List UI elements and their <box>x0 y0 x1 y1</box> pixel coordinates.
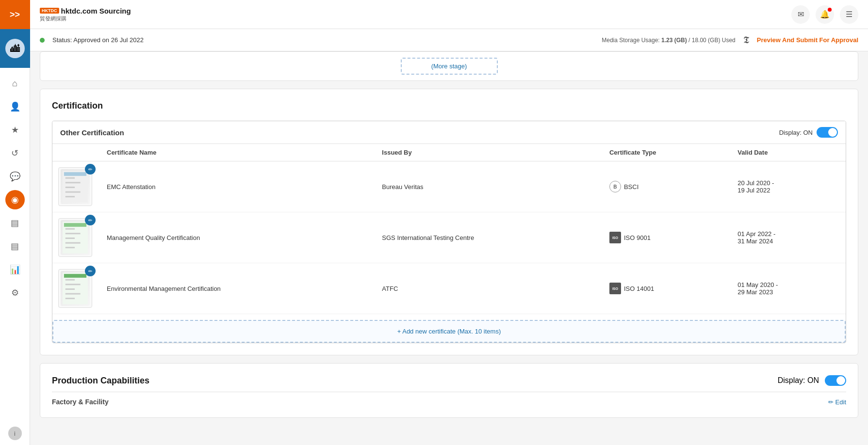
sidebar-item-history[interactable]: ↺ <box>5 143 25 163</box>
display-on-label: Display: ON <box>779 129 813 136</box>
table-row: ✏EMC AttenstationBureau VeritasBBSCI20 J… <box>52 161 846 212</box>
cert-type-icon: B <box>609 181 621 192</box>
statusbar: Status: Approved on 26 Jul 2022 Media St… <box>30 29 868 51</box>
cert-issued-by: SGS International Testing Centre <box>376 212 604 263</box>
status-dot <box>40 38 45 43</box>
sidebar-item-profile[interactable]: 👤 <box>5 97 25 116</box>
cert-thumbnail: ✏ <box>58 218 92 257</box>
sidebar-collapse-button[interactable]: >> <box>0 0 30 29</box>
cert-name: EMC Attenstation <box>101 161 376 212</box>
cert-thumb-inner <box>61 271 90 306</box>
preview-submit-button[interactable]: Preview And Submit For Approval <box>757 36 858 44</box>
sidebar-item-documents2[interactable]: ▤ <box>5 237 25 256</box>
cert-section-header: Other Certification Display: ON <box>52 121 846 144</box>
translate-icon[interactable]: 𝕿 <box>743 34 749 46</box>
sidebar-item-favorites[interactable]: ★ <box>5 120 25 140</box>
svg-rect-4 <box>66 191 81 193</box>
production-cap-title: Production Capabilities <box>52 376 149 386</box>
svg-rect-19 <box>66 298 75 299</box>
cert-thumbnail-cell: ✏ <box>52 212 101 263</box>
svg-rect-15 <box>66 279 75 281</box>
cert-type-label: ISO 9001 <box>624 234 651 241</box>
col-thumbnail <box>52 144 101 161</box>
svg-rect-13 <box>64 223 86 227</box>
topbar-icons: ✉ 🔔 ☰ <box>791 5 858 24</box>
menu-button[interactable]: ☰ <box>840 5 858 24</box>
cert-edit-icon[interactable]: ✏ <box>85 164 96 175</box>
sidebar: >> 🏙 ⌂ 👤 ★ ↺ 💬 ◉ ▤ ▤ 📊 ⚙ i <box>0 0 30 445</box>
content-area: (More stage) Certification Other Certifi… <box>30 51 868 445</box>
cert-name: Management Quality Certification <box>101 212 376 263</box>
factory-edit-link[interactable]: ✏ Edit <box>828 398 846 406</box>
cert-thumbnail: ✏ <box>58 269 92 308</box>
table-row: ✏Management Quality CertificationSGS Int… <box>52 212 846 263</box>
sidebar-item-messages[interactable]: 💬 <box>5 167 25 186</box>
svg-rect-8 <box>66 228 75 230</box>
svg-rect-16 <box>66 284 81 285</box>
sidebar-info-button[interactable]: i <box>8 427 22 440</box>
table-row: ✏Environmental Management CertificationA… <box>52 263 846 314</box>
sidebar-logo-area: 🏙 <box>0 29 30 68</box>
mail-icon: ✉ <box>798 10 804 19</box>
svg-rect-5 <box>66 196 75 197</box>
svg-rect-1 <box>66 177 75 179</box>
col-valid-date: Valid Date <box>732 144 846 161</box>
more-stage-box[interactable]: (More stage) <box>401 58 498 75</box>
production-cap-header: Production Capabilities Display: ON <box>52 375 846 386</box>
cert-thumbnail-cell: ✏ <box>52 263 101 314</box>
sidebar-item-documents1[interactable]: ▤ <box>5 213 25 233</box>
toggle-switch[interactable] <box>817 127 838 138</box>
edit-label: Edit <box>835 398 846 406</box>
svg-rect-17 <box>66 288 75 290</box>
logo-subtitle: 貿發網採購 <box>40 15 131 22</box>
cert-type-label: BSCI <box>624 183 639 191</box>
cert-issued-by: ATFC <box>376 263 604 314</box>
sidebar-item-current[interactable]: ◉ <box>5 190 25 209</box>
cert-thumbnail-cell: ✏ <box>52 161 101 212</box>
cert-type: BBSCI <box>604 161 732 212</box>
sidebar-item-analytics[interactable]: 📊 <box>5 260 25 279</box>
mail-button[interactable]: ✉ <box>791 5 810 24</box>
certification-card: Certification Other Certification Displa… <box>40 89 858 355</box>
sidebar-item-home[interactable]: ⌂ <box>5 74 25 93</box>
main-area: HKTDC hktdc.com Sourcing 貿發網採購 ✉ 🔔 ☰ Sta… <box>30 0 868 445</box>
collapse-icon: >> <box>10 10 20 20</box>
notification-dot <box>828 8 832 12</box>
svg-rect-12 <box>66 247 75 248</box>
col-cert-name: Certificate Name <box>101 144 376 161</box>
prod-toggle-switch[interactable] <box>825 375 846 386</box>
cert-thumb-inner <box>61 220 90 255</box>
svg-rect-2 <box>66 182 81 183</box>
cert-edit-icon[interactable]: ✏ <box>85 266 96 276</box>
other-cert-title: Other Certification <box>60 128 124 137</box>
other-cert-display-toggle[interactable]: Display: ON <box>779 127 838 138</box>
sidebar-logo: 🏙 <box>5 39 25 58</box>
production-cap-right: Display: ON <box>778 375 846 386</box>
notification-button[interactable]: 🔔 <box>816 5 834 24</box>
sidebar-bottom: i <box>8 422 22 445</box>
cert-type: ISOISO 14001 <box>604 263 732 314</box>
pencil-icon: ✏ <box>828 398 834 406</box>
add-cert-button[interactable]: + Add new certificate (Max. 10 items) <box>52 320 846 343</box>
cert-valid-date: 01 May 2020 -29 Mar 2023 <box>732 263 846 314</box>
svg-rect-10 <box>66 238 75 239</box>
svg-rect-20 <box>64 274 86 278</box>
logo-area: HKTDC hktdc.com Sourcing 貿發網採購 <box>40 7 131 22</box>
production-capabilities-card: Production Capabilities Display: ON Fact… <box>40 363 858 418</box>
cert-name: Environmental Management Certification <box>101 263 376 314</box>
logo-title: hktdc.com Sourcing <box>61 7 131 15</box>
cert-type: ISOISO 9001 <box>604 212 732 263</box>
media-storage-info: Media Storage Usage: 1.23 (GB) / 18.00 (… <box>602 37 736 44</box>
menu-icon: ☰ <box>846 10 852 19</box>
factory-facility-row: Factory & Facility ✏ Edit <box>52 392 846 406</box>
svg-rect-9 <box>66 233 81 234</box>
cert-type-label: ISO 14001 <box>624 285 654 292</box>
toggle-knob <box>828 128 837 137</box>
cert-edit-icon[interactable]: ✏ <box>85 215 96 225</box>
topbar: HKTDC hktdc.com Sourcing 貿發網採購 ✉ 🔔 ☰ <box>30 0 868 29</box>
hktdc-badge: HKTDC <box>40 8 59 14</box>
cert-issued-by: Bureau Veritas <box>376 161 604 212</box>
svg-rect-3 <box>66 187 75 188</box>
cert-valid-date: 01 Apr 2022 -31 Mar 2024 <box>732 212 846 263</box>
sidebar-item-settings[interactable]: ⚙ <box>5 283 25 302</box>
